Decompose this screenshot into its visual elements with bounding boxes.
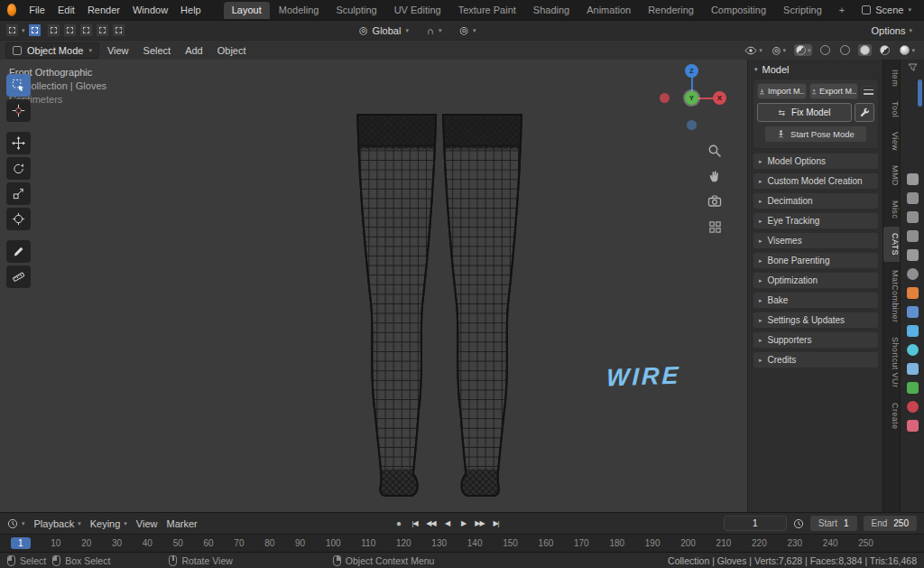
properties-tab-texture[interactable]	[907, 420, 919, 432]
overlays-toggle[interactable]: ▾	[794, 44, 813, 56]
scene-selector[interactable]: Scene ▾	[856, 4, 917, 16]
panel-section[interactable]: ▸ Supporters	[753, 331, 879, 349]
panel-section[interactable]: ▸ Bone Parenting	[753, 252, 879, 269]
panel-section[interactable]: ▸ Eye Tracking	[753, 212, 879, 229]
workspace-tab[interactable]: Sculpting	[328, 2, 384, 19]
workspace-tab[interactable]: Animation	[578, 2, 639, 19]
panel-section[interactable]: ▸ Visemes	[753, 232, 879, 249]
transport-button-play-reverse[interactable]: ◀	[440, 517, 454, 531]
frame-tick[interactable]: 110	[361, 538, 375, 548]
frame-tick[interactable]: 170	[574, 538, 589, 548]
panel-section[interactable]: ▸ Decimation	[753, 192, 879, 210]
workspace-tab[interactable]: UV Editing	[386, 2, 449, 19]
gizmo-z-axis[interactable]: Z	[685, 64, 698, 78]
start-pose-mode-button[interactable]: Start Pose Mode	[764, 126, 867, 143]
panel-section[interactable]: ▸ Credits	[753, 351, 879, 368]
viewport-menu-item[interactable]: Select	[137, 43, 178, 58]
viewport-menu-item[interactable]: Add	[179, 43, 209, 58]
scrollbar-thumb[interactable]	[918, 79, 922, 107]
rotate-tool[interactable]	[6, 157, 31, 180]
frame-tick[interactable]: 10	[51, 538, 60, 548]
sidebar-tab[interactable]: Create	[883, 396, 900, 435]
sidebar-tab[interactable]: Item	[883, 63, 900, 93]
frame-start-field[interactable]: Start 1	[810, 516, 857, 531]
timeline-menu[interactable]: View	[136, 518, 158, 529]
import-model-button[interactable]: Import M..	[757, 83, 807, 99]
frame-tick[interactable]: 30	[112, 538, 122, 548]
workspace-tab[interactable]: +	[831, 2, 853, 19]
workspace-tab[interactable]: Scripting	[775, 2, 830, 19]
snap-toggle[interactable]: ∩ ▾	[421, 23, 447, 38]
fix-model-settings-button[interactable]	[855, 103, 874, 122]
select-mode-new-button[interactable]	[47, 23, 60, 37]
panel-header-model[interactable]: ▾ Model	[753, 63, 879, 76]
frame-tick[interactable]: 140	[467, 538, 483, 548]
panel-section[interactable]: ▸ Settings & Updates	[753, 312, 879, 329]
properties-tab-object-data[interactable]	[907, 382, 919, 394]
properties-tab-scene[interactable]	[907, 249, 919, 261]
transform-tool[interactable]	[6, 208, 31, 230]
frame-tick[interactable]: 130	[431, 538, 447, 548]
select-mode-intersect-button[interactable]	[112, 23, 125, 37]
menubar-item[interactable]: Help	[174, 3, 208, 17]
transport-button-next-keyframe[interactable]: ▶▶	[473, 517, 486, 531]
transport-button-jump-to-end[interactable]: ▶|	[489, 517, 503, 531]
workspace-tab[interactable]: Compositing	[703, 2, 774, 19]
frame-tick[interactable]: 250	[858, 538, 873, 548]
visibility-dropdown[interactable]: ▾	[743, 45, 764, 56]
editor-type-button[interactable]	[5, 23, 19, 37]
frame-tick[interactable]: 220	[752, 538, 767, 548]
camera-view-button[interactable]	[707, 193, 723, 210]
auto-keyframe-clock-icon[interactable]	[793, 518, 804, 529]
timeline-menu[interactable]: Marker	[166, 518, 197, 529]
active-tool-icon[interactable]	[28, 23, 42, 37]
properties-tab-modifiers[interactable]	[907, 306, 919, 318]
frame-tick[interactable]: 70	[234, 538, 244, 548]
panel-section[interactable]: ▸ Bake	[753, 292, 879, 309]
select-mode-invert-button[interactable]	[96, 23, 109, 37]
sidebar-tab[interactable]: Shortcut VUr	[883, 331, 900, 394]
shading-wireframe-button[interactable]	[838, 44, 852, 56]
current-frame-field[interactable]: 1	[724, 516, 787, 531]
select-mode-extend-button[interactable]	[63, 23, 77, 37]
gizmos-toggle[interactable]: ◎▾	[771, 43, 788, 57]
frame-tick[interactable]: 190	[645, 538, 661, 548]
properties-tab-particles[interactable]	[907, 325, 919, 337]
properties-tab-object-constraints[interactable]	[907, 363, 919, 375]
move-tool[interactable]	[6, 132, 31, 154]
frame-tick[interactable]: 100	[326, 538, 341, 548]
panel-section[interactable]: ▸ Model Options	[753, 153, 879, 170]
shading-rendered-button[interactable]: ▾	[898, 44, 917, 56]
properties-tab-world[interactable]	[907, 268, 919, 280]
sidebar-tab[interactable]: Misc	[883, 194, 900, 225]
workspace-tab[interactable]: Texture Paint	[450, 2, 524, 19]
frame-tick[interactable]: 80	[264, 538, 274, 548]
frame-tick[interactable]: 180	[609, 538, 624, 548]
gizmo-x-axis[interactable]: X	[713, 91, 726, 105]
transport-button-record[interactable]: ●	[392, 517, 405, 531]
annotate-tool[interactable]	[6, 240, 31, 263]
timeline-editor-type-button[interactable]: ▾	[7, 518, 25, 529]
frame-tick[interactable]: 120	[396, 538, 411, 548]
pan-button[interactable]	[707, 168, 723, 184]
measure-tool[interactable]	[6, 265, 31, 288]
properties-tab-render[interactable]	[907, 192, 919, 204]
cursor-tool[interactable]	[6, 99, 31, 122]
blender-logo-icon[interactable]	[7, 4, 16, 16]
wireframe-mesh-object[interactable]	[324, 112, 539, 498]
frame-tick[interactable]: 150	[503, 538, 518, 548]
frame-tick[interactable]: 20	[81, 538, 91, 548]
frame-tick[interactable]: 60	[204, 538, 214, 548]
menubar-item[interactable]: Render	[81, 3, 126, 17]
select-mode-subtract-button[interactable]	[79, 23, 93, 37]
transport-button-play[interactable]: ▶	[457, 517, 470, 531]
filter-icon[interactable]	[908, 63, 918, 72]
frame-tick[interactable]: 1	[11, 537, 31, 549]
sidebar-tab[interactable]: MMD	[883, 159, 900, 192]
view-gizmo[interactable]: Z Y X	[659, 63, 727, 135]
properties-tab-view-layer[interactable]	[907, 230, 919, 242]
workspace-tab[interactable]: Rendering	[640, 2, 702, 19]
panel-section[interactable]: ▸ Optimization	[753, 272, 879, 289]
frame-tick[interactable]: 210	[716, 538, 732, 548]
frame-tick[interactable]: 50	[173, 538, 183, 548]
